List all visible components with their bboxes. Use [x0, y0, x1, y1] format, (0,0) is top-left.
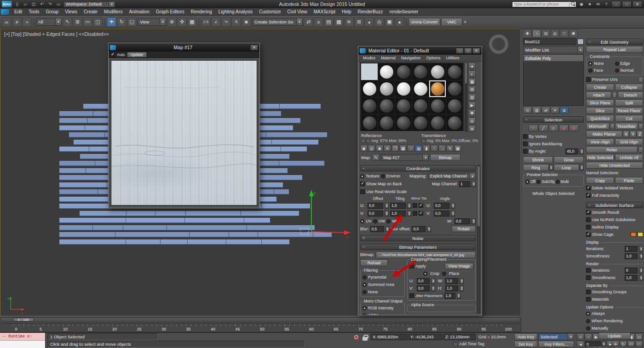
stack-item-editable-poly[interactable]: Editable Poly: [523, 55, 583, 61]
update-button[interactable]: Update: [127, 52, 147, 57]
put-to-library-icon[interactable]: ▦: [399, 145, 407, 152]
view-image-button[interactable]: View Image: [445, 263, 473, 269]
material-sample-slot[interactable]: [429, 63, 446, 80]
filtering-none-radio[interactable]: [362, 290, 367, 294]
select-and-manipulate-icon[interactable]: ✜: [177, 17, 187, 27]
close-button-icon[interactable]: ✕: [632, 1, 642, 7]
grow-button[interactable]: Grow: [554, 156, 584, 163]
rendered-frame-window-icon[interactable]: ▣: [385, 17, 394, 27]
material-sample-slot[interactable]: [361, 97, 378, 114]
align-icon[interactable]: ≡: [314, 17, 323, 27]
preserve-uvs-checkbox[interactable]: [586, 77, 591, 82]
object-color-swatch[interactable]: [577, 39, 584, 45]
search-input[interactable]: [512, 2, 569, 6]
edge-mode-icon[interactable]: ╱: [539, 125, 548, 131]
v-tiling-field[interactable]: 1,0: [390, 211, 406, 217]
minimize-button-icon[interactable]: –: [611, 1, 621, 7]
display-smoothness-field[interactable]: 1,0: [625, 253, 638, 259]
video-color-check-icon[interactable]: ▥: [468, 94, 476, 101]
relax-settings-button[interactable]: [638, 147, 643, 153]
isoline-display-checkbox[interactable]: [586, 225, 591, 229]
planar-y-button[interactable]: Y: [630, 131, 636, 137]
border-mode-icon[interactable]: ◇: [549, 125, 558, 131]
spinner[interactable]: [639, 253, 643, 259]
motion-tab-icon[interactable]: ◎: [551, 29, 559, 37]
hide-selected-button[interactable]: Hide Selected: [586, 154, 614, 161]
spinner[interactable]: [451, 211, 455, 217]
paste-button[interactable]: Paste: [615, 177, 643, 184]
rotate-button[interactable]: Rotate: [452, 226, 476, 232]
configure-modifier-sets-icon[interactable]: ≣: [560, 107, 569, 114]
layer-explorer-icon[interactable]: ▤: [324, 17, 334, 27]
put-material-to-scene-icon[interactable]: ◎: [368, 145, 375, 152]
material-sample-slot[interactable]: [378, 63, 395, 80]
menu-item[interactable]: Views: [62, 8, 80, 16]
update-always-radio[interactable]: [586, 312, 590, 316]
backlight-icon[interactable]: ◐: [468, 70, 476, 77]
selection-filter-dropdown[interactable]: All▼: [36, 18, 62, 26]
grid-align-button[interactable]: Grid Align: [615, 138, 643, 145]
sign-in-icon[interactable]: ◉: [578, 1, 585, 7]
menu-item[interactable]: Modifiers: [101, 8, 126, 16]
delete-isolated-vertices-checkbox[interactable]: [586, 186, 591, 190]
modifier-stack[interactable]: Editable Poly: [523, 54, 584, 106]
preview-off-radio[interactable]: [525, 180, 529, 184]
spinner-snap-icon[interactable]: ⇅: [231, 17, 241, 27]
material-sample-slot[interactable]: [361, 63, 378, 80]
menu-item[interactable]: RenderBuzz: [355, 8, 386, 16]
spinner[interactable]: [580, 165, 584, 171]
update-button[interactable]: Update: [598, 332, 631, 339]
materials-checkbox[interactable]: [586, 297, 591, 302]
create-tab-icon[interactable]: ✚: [523, 29, 532, 37]
material-sample-slot[interactable]: [446, 97, 463, 114]
display-tab-icon[interactable]: □: [560, 29, 569, 37]
x-coordinate-field[interactable]: X:6965,825m: [371, 334, 408, 340]
material-sample-slot[interactable]: [395, 63, 412, 80]
quickslice-button[interactable]: QuickSlice: [586, 115, 614, 122]
workspace-dropdown[interactable]: Workspace: Default▼: [63, 1, 115, 7]
select-by-name-icon[interactable]: ≣: [73, 17, 82, 27]
msmooth-button[interactable]: MSmooth: [586, 123, 610, 130]
show-end-result-toggle-icon[interactable]: ▥: [532, 107, 541, 114]
spinner[interactable]: [639, 246, 643, 252]
corona-convert-button[interactable]: orona Convert: [408, 18, 440, 26]
spinner[interactable]: [451, 203, 455, 209]
info-center-icon[interactable]: ✉: [594, 1, 602, 7]
isolate-selection-icon[interactable]: [354, 335, 358, 339]
bind-to-space-warp-icon[interactable]: ≈: [22, 17, 32, 27]
scrollbar-thumb[interactable]: [465, 63, 467, 83]
rectangular-selection-region-icon[interactable]: ▭: [83, 17, 92, 27]
spinner[interactable]: [457, 293, 461, 299]
material-options-icon[interactable]: ▩: [454, 145, 461, 152]
environ-radio[interactable]: [381, 174, 385, 178]
reset-plane-button[interactable]: Reset Plane: [615, 107, 643, 114]
pick-map-icon[interactable]: ✎: [372, 154, 380, 161]
preview-subobj-radio[interactable]: [536, 180, 540, 184]
blur-offset-field[interactable]: 0,0: [412, 226, 426, 232]
map-channel-field[interactable]: 1: [459, 181, 470, 187]
material-sample-slot[interactable]: [429, 97, 446, 114]
constraint-face-radio[interactable]: [588, 68, 592, 73]
use-pivot-point-center-icon[interactable]: ⊕: [167, 17, 177, 27]
v-angle-field[interactable]: 0,0: [434, 211, 449, 217]
split-button[interactable]: Split: [615, 99, 643, 106]
object-name-field[interactable]: Box012: [523, 38, 576, 45]
favorites-icon[interactable]: ★: [586, 1, 593, 7]
bitmap-parameters-rollout-header[interactable]: −Bitmap Parameters: [360, 244, 476, 250]
material-sample-slot[interactable]: [446, 80, 463, 97]
time-slider-handle[interactable]: 0 / 100: [13, 318, 34, 322]
loop-button[interactable]: Loop: [554, 164, 580, 171]
view-cube[interactable]: [489, 34, 508, 54]
window-crossing-icon[interactable]: ◫: [93, 17, 103, 27]
u-mirror-checkbox[interactable]: [413, 203, 417, 208]
material-editor-icon[interactable]: ◕: [364, 17, 374, 27]
detach-button[interactable]: Detach: [618, 91, 643, 98]
constraint-none-radio[interactable]: [588, 62, 592, 66]
spinner[interactable]: [431, 278, 435, 284]
edit-named-selection-sets-icon[interactable]: ▣: [242, 17, 251, 27]
spinner[interactable]: [472, 218, 476, 224]
angle-snap-icon[interactable]: ∠: [211, 17, 221, 27]
mirror-icon[interactable]: ⇄: [304, 17, 313, 27]
constraint-normal-radio[interactable]: [615, 68, 619, 73]
spinner[interactable]: [385, 203, 389, 209]
